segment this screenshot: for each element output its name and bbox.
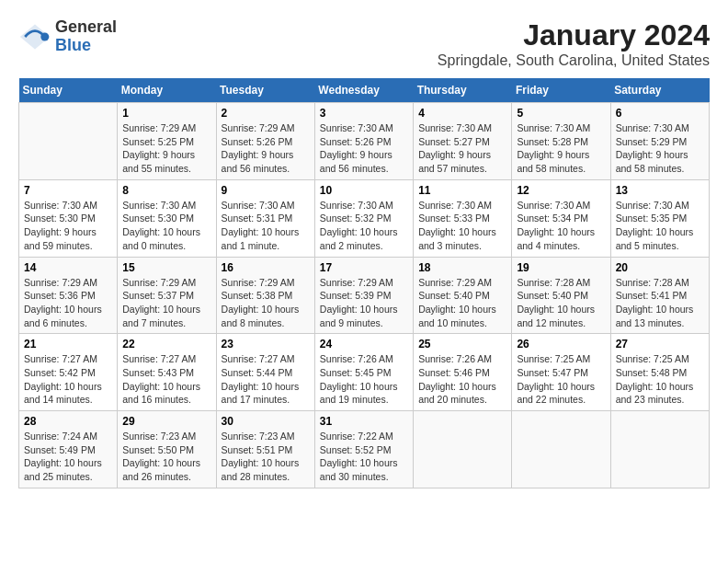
- calendar-cell: 15Sunrise: 7:29 AMSunset: 5:37 PMDayligh…: [118, 257, 216, 334]
- day-info: Sunrise: 7:26 AMSunset: 5:45 PMDaylight:…: [320, 352, 408, 407]
- day-number: 11: [418, 184, 506, 197]
- logo-general: General: [55, 18, 117, 37]
- day-info: Sunrise: 7:29 AMSunset: 5:39 PMDaylight:…: [320, 276, 408, 330]
- day-number: 31: [320, 415, 408, 428]
- day-number: 14: [24, 261, 112, 274]
- calendar-cell: 29Sunrise: 7:23 AMSunset: 5:50 PMDayligh…: [118, 411, 216, 488]
- day-info: Sunrise: 7:29 AMSunset: 5:25 PMDaylight:…: [122, 121, 210, 176]
- day-number: 13: [616, 184, 704, 197]
- calendar-cell: 5Sunrise: 7:30 AMSunset: 5:28 PMDaylight…: [512, 103, 610, 180]
- calendar-cell: 12Sunrise: 7:30 AMSunset: 5:34 PMDayligh…: [512, 179, 610, 257]
- day-info: Sunrise: 7:27 AMSunset: 5:42 PMDaylight:…: [24, 352, 112, 407]
- calendar-cell: 27Sunrise: 7:25 AMSunset: 5:48 PMDayligh…: [610, 334, 709, 411]
- calendar-cell: 11Sunrise: 7:30 AMSunset: 5:33 PMDayligh…: [414, 179, 512, 257]
- day-info: Sunrise: 7:22 AMSunset: 5:52 PMDaylight:…: [320, 430, 408, 484]
- calendar-cell: 23Sunrise: 7:27 AMSunset: 5:44 PMDayligh…: [216, 334, 314, 411]
- day-number: 23: [222, 338, 310, 350]
- day-info: Sunrise: 7:29 AMSunset: 5:36 PMDaylight:…: [24, 276, 112, 330]
- calendar-cell: 16Sunrise: 7:29 AMSunset: 5:38 PMDayligh…: [216, 257, 314, 334]
- day-info: Sunrise: 7:30 AMSunset: 5:30 PMDaylight:…: [122, 199, 210, 253]
- day-info: Sunrise: 7:29 AMSunset: 5:38 PMDaylight:…: [222, 276, 310, 330]
- header-wednesday: Wednesday: [314, 78, 413, 103]
- calendar-cell: [610, 411, 709, 488]
- day-number: 17: [320, 261, 408, 274]
- calendar-cell: 31Sunrise: 7:22 AMSunset: 5:52 PMDayligh…: [314, 411, 413, 488]
- calendar-cell: 13Sunrise: 7:30 AMSunset: 5:35 PMDayligh…: [610, 179, 709, 257]
- day-info: Sunrise: 7:26 AMSunset: 5:46 PMDaylight:…: [418, 352, 506, 407]
- header-friday: Friday: [512, 78, 610, 103]
- calendar-cell: [512, 411, 610, 488]
- day-info: Sunrise: 7:30 AMSunset: 5:29 PMDaylight:…: [616, 121, 704, 176]
- calendar-cell: 3Sunrise: 7:30 AMSunset: 5:26 PMDaylight…: [314, 103, 413, 180]
- day-info: Sunrise: 7:30 AMSunset: 5:34 PMDaylight:…: [517, 199, 605, 253]
- day-info: Sunrise: 7:27 AMSunset: 5:44 PMDaylight:…: [222, 352, 310, 407]
- week-row-5: 28Sunrise: 7:24 AMSunset: 5:49 PMDayligh…: [19, 411, 710, 488]
- calendar-cell: 25Sunrise: 7:26 AMSunset: 5:46 PMDayligh…: [414, 334, 512, 411]
- day-info: Sunrise: 7:30 AMSunset: 5:26 PMDaylight:…: [320, 121, 408, 176]
- calendar-header-row: SundayMondayTuesdayWednesdayThursdayFrid…: [19, 78, 710, 103]
- day-number: 19: [517, 261, 605, 274]
- day-info: Sunrise: 7:30 AMSunset: 5:35 PMDaylight:…: [616, 199, 704, 253]
- day-number: 2: [222, 107, 310, 120]
- calendar-cell: 20Sunrise: 7:28 AMSunset: 5:41 PMDayligh…: [610, 257, 709, 334]
- calendar-cell: 6Sunrise: 7:30 AMSunset: 5:29 PMDaylight…: [610, 103, 709, 180]
- day-info: Sunrise: 7:27 AMSunset: 5:43 PMDaylight:…: [122, 352, 210, 407]
- day-number: 4: [418, 107, 506, 120]
- calendar-cell: 21Sunrise: 7:27 AMSunset: 5:42 PMDayligh…: [19, 334, 118, 411]
- day-number: 26: [517, 338, 605, 350]
- header-tuesday: Tuesday: [216, 78, 314, 103]
- week-row-1: 1Sunrise: 7:29 AMSunset: 5:25 PMDaylight…: [19, 103, 710, 180]
- day-number: 24: [320, 338, 408, 350]
- logo-text: General Blue: [55, 18, 117, 55]
- day-number: 22: [122, 338, 210, 350]
- calendar-cell: 24Sunrise: 7:26 AMSunset: 5:45 PMDayligh…: [314, 334, 413, 411]
- day-number: 3: [320, 107, 408, 120]
- day-info: Sunrise: 7:30 AMSunset: 5:30 PMDaylight:…: [24, 199, 112, 253]
- day-number: 15: [122, 261, 210, 274]
- calendar-table: SundayMondayTuesdayWednesdayThursdayFrid…: [18, 78, 710, 488]
- calendar-cell: [19, 103, 118, 180]
- calendar-title: January 2024: [438, 18, 710, 52]
- calendar-cell: 17Sunrise: 7:29 AMSunset: 5:39 PMDayligh…: [314, 257, 413, 334]
- day-info: Sunrise: 7:24 AMSunset: 5:49 PMDaylight:…: [24, 430, 112, 484]
- logo-blue: Blue: [55, 37, 117, 55]
- week-row-4: 21Sunrise: 7:27 AMSunset: 5:42 PMDayligh…: [19, 334, 710, 411]
- day-number: 27: [616, 338, 704, 350]
- calendar-cell: 30Sunrise: 7:23 AMSunset: 5:51 PMDayligh…: [216, 411, 314, 488]
- day-number: 16: [222, 261, 310, 274]
- page-header: General Blue January 2024 Springdale, So…: [18, 18, 710, 69]
- svg-point-2: [40, 32, 49, 40]
- day-number: 30: [222, 415, 310, 428]
- calendar-cell: 1Sunrise: 7:29 AMSunset: 5:25 PMDaylight…: [118, 103, 216, 180]
- calendar-cell: 9Sunrise: 7:30 AMSunset: 5:31 PMDaylight…: [216, 179, 314, 257]
- week-row-2: 7Sunrise: 7:30 AMSunset: 5:30 PMDaylight…: [19, 179, 710, 257]
- day-info: Sunrise: 7:28 AMSunset: 5:40 PMDaylight:…: [517, 276, 605, 330]
- week-row-3: 14Sunrise: 7:29 AMSunset: 5:36 PMDayligh…: [19, 257, 710, 334]
- day-info: Sunrise: 7:25 AMSunset: 5:47 PMDaylight:…: [517, 352, 605, 407]
- day-info: Sunrise: 7:28 AMSunset: 5:41 PMDaylight:…: [616, 276, 704, 330]
- day-number: 18: [418, 261, 506, 274]
- day-info: Sunrise: 7:30 AMSunset: 5:32 PMDaylight:…: [320, 199, 408, 253]
- day-info: Sunrise: 7:23 AMSunset: 5:51 PMDaylight:…: [222, 430, 310, 484]
- calendar-cell: 28Sunrise: 7:24 AMSunset: 5:49 PMDayligh…: [19, 411, 118, 488]
- logo-icon: [18, 20, 51, 53]
- day-info: Sunrise: 7:30 AMSunset: 5:31 PMDaylight:…: [222, 199, 310, 253]
- calendar-cell: 14Sunrise: 7:29 AMSunset: 5:36 PMDayligh…: [19, 257, 118, 334]
- calendar-cell: [414, 411, 512, 488]
- calendar-cell: 4Sunrise: 7:30 AMSunset: 5:27 PMDaylight…: [414, 103, 512, 180]
- day-number: 21: [24, 338, 112, 350]
- day-info: Sunrise: 7:29 AMSunset: 5:40 PMDaylight:…: [418, 276, 506, 330]
- calendar-cell: 10Sunrise: 7:30 AMSunset: 5:32 PMDayligh…: [314, 179, 413, 257]
- day-info: Sunrise: 7:25 AMSunset: 5:48 PMDaylight:…: [616, 352, 704, 407]
- header-monday: Monday: [118, 78, 216, 103]
- calendar-subtitle: Springdale, South Carolina, United State…: [438, 52, 710, 69]
- calendar-cell: 26Sunrise: 7:25 AMSunset: 5:47 PMDayligh…: [512, 334, 610, 411]
- header-thursday: Thursday: [414, 78, 512, 103]
- day-number: 12: [517, 184, 605, 197]
- day-number: 8: [122, 184, 210, 197]
- day-number: 29: [122, 415, 210, 428]
- header-saturday: Saturday: [610, 78, 709, 103]
- day-number: 9: [222, 184, 310, 197]
- day-number: 5: [517, 107, 605, 120]
- calendar-cell: 8Sunrise: 7:30 AMSunset: 5:30 PMDaylight…: [118, 179, 216, 257]
